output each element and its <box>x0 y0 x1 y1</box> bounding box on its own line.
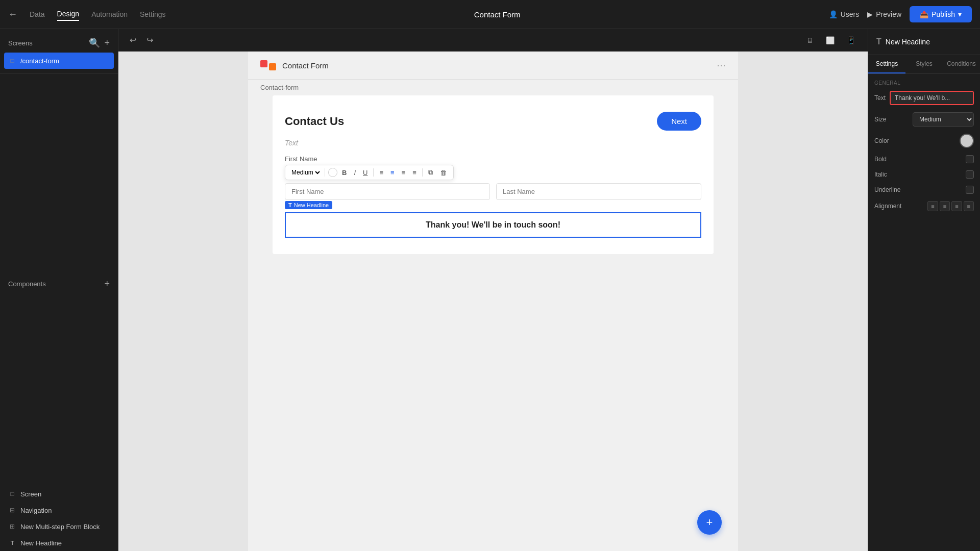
align-justify-btn[interactable]: ≡ <box>410 168 419 178</box>
canvas-frame: Contact Form ⋯ Contact-form Contact Us N… <box>248 52 738 551</box>
new-headline-wrapper: T New Headline Thank you! We'll be in to… <box>285 212 701 238</box>
size-select[interactable]: Medium <box>913 112 974 127</box>
color-label: Color <box>874 137 889 144</box>
headline-icon: T <box>8 539 16 547</box>
text-input-wrapper: ⚡ <box>890 91 974 105</box>
next-button[interactable]: Next <box>657 112 701 131</box>
color-swatch[interactable] <box>960 134 974 148</box>
navigation-icon: ⊟ <box>8 506 16 514</box>
panel-tabs: Settings Styles Conditions <box>868 55 980 74</box>
panel-header: T New Headline <box>868 29 980 55</box>
circle-btn[interactable] <box>328 168 337 177</box>
right-sidebar: T New Headline Settings Styles Condition… <box>868 29 980 551</box>
breadcrumb: Contact-form <box>248 80 738 95</box>
mobile-view-button[interactable]: 📱 <box>843 34 860 46</box>
underline-label: Underline <box>874 186 900 193</box>
alignment-row: Alignment ≡ ≡ ≡ ≡ <box>874 201 974 211</box>
sidebar-item-form-block[interactable]: ⊞ New Multi-step Form Block <box>0 518 118 535</box>
underline-checkbox[interactable] <box>966 186 974 194</box>
sidebar-item-label: New Multi-step Form Block <box>20 523 100 531</box>
sidebar-item-navigation[interactable]: ⊟ Navigation <box>0 502 118 518</box>
canvas-options-button[interactable]: ⋯ <box>717 60 726 71</box>
tab-settings[interactable]: Settings <box>140 8 166 20</box>
search-screens-button[interactable]: 🔍 <box>89 37 100 48</box>
delete-btn[interactable]: 🗑 <box>437 168 449 178</box>
tab-conditions[interactable]: Conditions <box>943 55 980 73</box>
sidebar-item-new-headline[interactable]: T New Headline <box>0 535 118 551</box>
last-name-input[interactable] <box>496 183 701 200</box>
first-name-input[interactable] <box>285 183 490 200</box>
italic-checkbox[interactable] <box>966 170 974 179</box>
bold-btn[interactable]: B <box>339 168 349 178</box>
align-justify-button[interactable]: ≡ <box>964 201 974 211</box>
text-row: Text ⚡ <box>874 91 974 105</box>
users-icon: 👤 <box>829 10 838 18</box>
tab-automation[interactable]: Automation <box>91 8 128 20</box>
panel-body: GENERAL Text ⚡ Size Medium Color <box>868 74 980 551</box>
publish-button[interactable]: 📤 Publish ▾ <box>910 6 972 22</box>
left-sidebar: Screens 🔍 + □ /contact-form Components +… <box>0 29 118 551</box>
canvas-header: Contact Form ⋯ <box>248 52 738 80</box>
add-screen-button[interactable]: + <box>104 37 110 48</box>
canvas-header-title: Contact Form <box>282 61 329 70</box>
underline-row: Underline <box>874 186 974 194</box>
panel-title: New Headline <box>886 38 930 46</box>
sidebar-item-screen[interactable]: □ Screen <box>0 486 118 502</box>
tab-settings[interactable]: Settings <box>868 55 905 73</box>
align-left-button[interactable]: ≡ <box>927 201 938 211</box>
align-right-button[interactable]: ≡ <box>951 201 962 211</box>
italic-btn[interactable]: I <box>351 168 358 178</box>
logo <box>260 60 276 70</box>
panel-title-icon: T <box>876 37 881 46</box>
screen-icon: □ <box>8 57 16 65</box>
size-select[interactable]: Medium <box>289 168 322 177</box>
redo-button[interactable]: ↪ <box>143 33 156 47</box>
add-fab-button[interactable]: + <box>697 510 722 535</box>
align-right-btn[interactable]: ≡ <box>399 168 408 178</box>
screen-comp-icon: □ <box>8 490 16 498</box>
bold-row: Bold <box>874 155 974 163</box>
align-center-btn[interactable]: ≡ <box>388 168 397 178</box>
text-label: Text <box>874 94 886 102</box>
publish-chevron-icon: ▾ <box>958 10 962 18</box>
sidebar-item-contact-form[interactable]: □ /contact-form <box>4 53 114 69</box>
desktop-view-button[interactable]: 🖥 <box>802 34 818 46</box>
color-row: Color <box>874 134 974 148</box>
canvas-content: Contact Us Next Text First Name Medium <box>273 95 714 254</box>
size-label: Size <box>874 116 886 123</box>
headline-element[interactable]: Thank you! We'll be in touch soon! <box>285 212 701 238</box>
text-toolbar: Medium B I U ≡ ≡ ≡ ≡ <box>285 165 454 180</box>
form-title: Contact Us <box>285 115 344 128</box>
tablet-view-button[interactable]: ⬜ <box>822 34 839 46</box>
align-left-btn[interactable]: ≡ <box>377 168 386 178</box>
tab-data[interactable]: Data <box>30 8 45 20</box>
underline-btn[interactable]: U <box>360 168 370 178</box>
italic-label: Italic <box>874 171 887 178</box>
add-component-button[interactable]: + <box>104 279 110 289</box>
first-name-label: First Name <box>285 155 701 163</box>
tab-styles[interactable]: Styles <box>905 55 943 73</box>
align-center-button[interactable]: ≡ <box>940 201 950 211</box>
alignment-label: Alignment <box>874 203 901 210</box>
copy-btn[interactable]: ⧉ <box>426 167 435 178</box>
form-header: Contact Us Next <box>285 112 701 131</box>
logo-square-2 <box>269 63 276 70</box>
bold-checkbox[interactable] <box>966 155 974 163</box>
text-value-input[interactable] <box>891 92 974 104</box>
alignment-buttons: ≡ ≡ ≡ ≡ <box>927 201 974 211</box>
preview-icon: ▶ <box>867 10 873 18</box>
publish-icon: 📤 <box>920 10 928 18</box>
general-label: GENERAL <box>874 80 974 86</box>
undo-button[interactable]: ↩ <box>127 33 139 47</box>
users-button[interactable]: 👤 Users <box>829 10 860 18</box>
preview-button[interactable]: ▶ Preview <box>867 10 901 18</box>
form-block-icon: ⊞ <box>8 522 16 531</box>
page-title: Contact Form <box>166 10 829 19</box>
tab-design[interactable]: Design <box>57 8 80 21</box>
sidebar-item-label: New Headline <box>20 539 62 547</box>
logo-square-1 <box>260 60 267 67</box>
new-headline-tag: T New Headline <box>285 201 332 209</box>
back-button[interactable]: ← <box>8 9 17 20</box>
bold-label: Bold <box>874 156 887 163</box>
italic-row: Italic <box>874 170 974 179</box>
